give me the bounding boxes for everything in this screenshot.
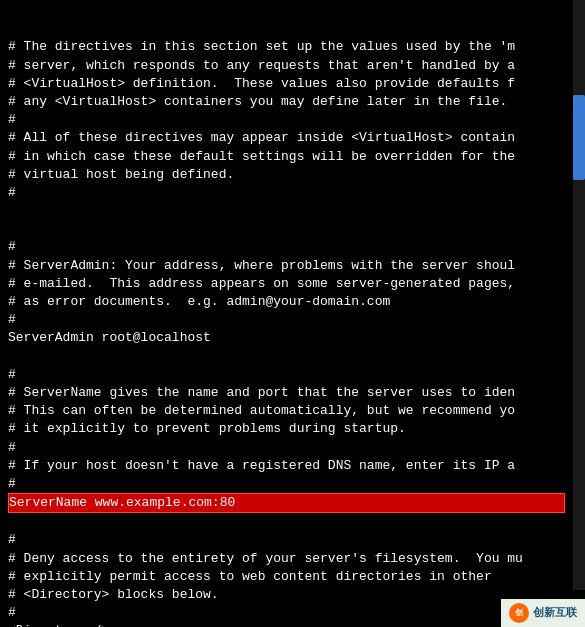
code-line: #	[8, 311, 577, 329]
scrollbar-thumb[interactable]	[573, 95, 585, 180]
code-line: # any <VirtualHost> containers you may d…	[8, 93, 577, 111]
code-line: # as error documents. e.g. admin@your-do…	[8, 293, 577, 311]
watermark-text: 创新互联	[533, 605, 577, 620]
code-line: #	[8, 238, 577, 256]
code-line: # The directives in this section set up …	[8, 38, 577, 56]
code-line	[8, 513, 577, 531]
code-line: # explicitly permit access to web conten…	[8, 568, 577, 586]
code-line: #	[8, 111, 577, 129]
code-line: # ServerAdmin: Your address, where probl…	[8, 257, 577, 275]
code-line: #	[8, 475, 577, 493]
code-line: # <Directory> blocks below.	[8, 586, 577, 604]
code-line: # e-mailed. This address appears on some…	[8, 275, 577, 293]
code-line: ServerAdmin root@localhost	[8, 329, 577, 347]
code-line	[8, 220, 577, 238]
watermark-icon: 创	[509, 603, 529, 623]
code-line	[8, 202, 577, 220]
editor-container: # The directives in this section set up …	[0, 0, 585, 627]
code-line: #	[8, 366, 577, 384]
code-line: # <VirtualHost> definition. These values…	[8, 75, 577, 93]
code-line: #	[8, 531, 577, 549]
code-line: # virtual host being defined.	[8, 166, 577, 184]
scrollbar-track	[573, 0, 585, 590]
code-line: ServerName www.example.com:80	[8, 493, 565, 513]
code-line: # This can often be determined automatic…	[8, 402, 577, 420]
code-line: #	[8, 604, 577, 622]
watermark: 创 创新互联	[501, 599, 585, 627]
code-line: # If your host doesn't have a registered…	[8, 457, 577, 475]
watermark-icon-text: 创	[515, 607, 523, 618]
code-line: # ServerName gives the name and port tha…	[8, 384, 577, 402]
code-line: # Deny access to the entirety of your se…	[8, 550, 577, 568]
code-line: #	[8, 439, 577, 457]
code-line: <Directory />	[8, 622, 577, 627]
code-line: # server, which responds to any requests…	[8, 57, 577, 75]
code-line: #	[8, 184, 577, 202]
code-line: # it explicitly to prevent problems duri…	[8, 420, 577, 438]
code-area: # The directives in this section set up …	[0, 0, 585, 627]
code-line	[8, 348, 577, 366]
code-line: # All of these directives may appear ins…	[8, 129, 577, 147]
code-line: # in which case these default settings w…	[8, 148, 577, 166]
